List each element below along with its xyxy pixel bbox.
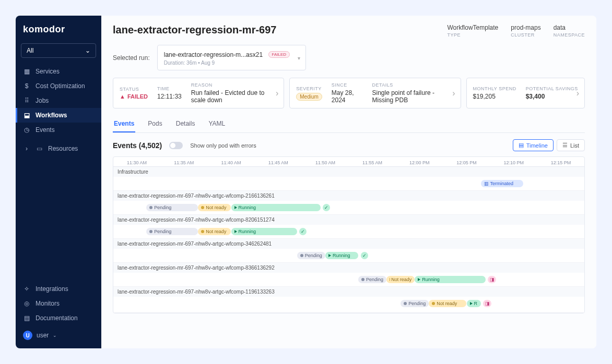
nav-main: ▦Services $Cost Optimization ⠿Jobs ⬓Work…: [16, 64, 101, 282]
chevron-right-icon[interactable]: ›: [576, 89, 579, 98]
row-label: lane-extractor-regression-mr-697-nhw8v-a…: [113, 191, 584, 201]
tab-yaml[interactable]: YAML: [207, 116, 226, 132]
cluster-selector[interactable]: All ⌄: [21, 43, 96, 58]
nav-documentation[interactable]: ▤Documentation: [16, 311, 101, 325]
running-pill[interactable]: Running: [325, 252, 358, 259]
nav-services[interactable]: ▦Services: [16, 64, 101, 79]
pill-label: Not ready: [391, 277, 411, 282]
card-lbl: STATUS: [120, 87, 148, 92]
pill-label: Running: [239, 229, 256, 234]
run-name: lane-extractor-regression-m...asx21: [164, 51, 263, 58]
timeline-row-3: lane-extractor-regression-mr-697-nhw8v-a…: [113, 239, 584, 263]
time-tick: 11:30 AM: [113, 160, 160, 165]
tab-pods[interactable]: Pods: [147, 116, 163, 132]
page-title: lane-extractor-regression-mr-697: [113, 24, 434, 36]
running-pill[interactable]: Running: [231, 204, 321, 211]
time-tick: 12:05 PM: [443, 160, 490, 165]
user-avatar: U: [23, 331, 32, 340]
timeline-lane[interactable]: ▥Terminated: [113, 179, 584, 188]
check-pill[interactable]: ✓: [299, 228, 307, 235]
run-selector[interactable]: lane-extractor-regression-m...asx21 FAIL…: [157, 45, 306, 70]
pending-pill[interactable]: Pending: [146, 228, 198, 235]
card-lbl: POTENTIAL SAVINGS: [526, 86, 578, 91]
dot-icon: [201, 206, 204, 209]
timeline-row-infra: Infrastructure ▥Terminated: [113, 167, 584, 191]
notready-pill[interactable]: Not ready: [429, 300, 466, 307]
pending-pill[interactable]: Pending: [146, 204, 198, 211]
nav-jobs[interactable]: ⠿Jobs: [16, 93, 101, 108]
timeline-lane[interactable]: Pending Not ready Running ✓: [113, 227, 584, 236]
play-icon: [234, 206, 237, 209]
meta-lbl: NAMESPACE: [554, 32, 585, 38]
reason-col: REASONRun failed - Evicted due to scale …: [191, 82, 278, 104]
pill-label: Not ready: [437, 301, 457, 306]
time-tick: 11:40 AM: [207, 160, 254, 165]
notready-pill[interactable]: Not ready: [198, 204, 231, 211]
cluster-selector-value: All: [27, 47, 33, 54]
pending-pill[interactable]: Pending: [401, 300, 429, 307]
logo: komodor: [16, 16, 101, 40]
nav-cost-optimization[interactable]: $Cost Optimization: [16, 79, 101, 93]
user-menu[interactable]: U user ⌄: [16, 325, 101, 345]
nav-events[interactable]: ◷Events: [16, 123, 101, 137]
dot-icon: [432, 302, 435, 305]
pill-label: Pending: [408, 301, 426, 306]
nav-resources[interactable]: ›▭Resources: [16, 141, 101, 156]
chevron-right-icon[interactable]: ›: [276, 89, 278, 98]
running-pill[interactable]: R: [467, 300, 481, 307]
timeline-lane[interactable]: Pending Not ready R ◨: [113, 299, 584, 308]
cube-pill[interactable]: ◨: [483, 300, 491, 307]
cube-pill[interactable]: ◨: [488, 276, 496, 283]
notready-pill[interactable]: Not ready: [198, 228, 231, 235]
cost-card[interactable]: MONTHLY SPEND$19,205 POTENTIAL SAVINGS$3…: [466, 78, 585, 108]
nav-workflows[interactable]: ⬓Workflows: [16, 108, 101, 123]
bars-icon: ⠿: [23, 97, 30, 104]
play-icon: [470, 302, 473, 305]
pill-label: Terminated: [490, 181, 514, 186]
events-bar: Events (4,502) Show only pod with errors…: [113, 139, 585, 151]
pill-label: Pending: [366, 277, 383, 282]
timeline-row-1: lane-extractor-regression-mr-697-nhw8v-a…: [113, 191, 584, 215]
nav-integrations[interactable]: ✧Integrations: [16, 282, 101, 296]
pill-label: Pending: [305, 253, 322, 258]
dot-icon: [149, 230, 152, 233]
btn-label: List: [570, 142, 579, 149]
status-col: STATUS▲FAILED: [120, 87, 148, 100]
severity-col: SEVERITYMedium: [296, 86, 322, 101]
pill-label: Running: [422, 277, 440, 282]
error-filter-toggle[interactable]: [169, 142, 183, 149]
list-view-button[interactable]: ☰List: [557, 139, 585, 151]
severity-card[interactable]: SEVERITYMedium SINCEMay 28, 2024 DETAILS…: [289, 78, 461, 108]
dollar-icon: $: [23, 82, 30, 90]
check-pill[interactable]: ✓: [323, 204, 330, 211]
terminated-pill[interactable]: ▥Terminated: [481, 180, 523, 187]
notready-pill[interactable]: Not ready: [386, 276, 415, 283]
target-icon: ◎: [23, 300, 30, 307]
status-card[interactable]: STATUS▲FAILED TIME12:11:33 REASONRun fai…: [113, 78, 284, 108]
running-pill[interactable]: Running: [231, 228, 297, 235]
timeline-row-4: lane-extractor-regression-mr-697-nhw8v-a…: [113, 263, 584, 287]
workflow-icon: ⬓: [23, 112, 30, 119]
nav-bottom: ✧Integrations ◎Monitors ▤Documentation U…: [16, 282, 101, 348]
sidebar: komodor All ⌄ ▦Services $Cost Optimizati…: [16, 16, 101, 348]
pending-pill[interactable]: Pending: [297, 252, 325, 259]
tab-events[interactable]: Events: [113, 116, 135, 132]
server-icon: ▥: [484, 181, 489, 186]
running-pill[interactable]: Running: [415, 276, 485, 283]
chevron-right-icon[interactable]: ›: [452, 89, 455, 98]
timeline-lane[interactable]: Pending Not ready Running ◨: [113, 275, 584, 284]
check-pill[interactable]: ✓: [361, 252, 368, 259]
play-icon: [418, 278, 420, 281]
summary-cards: STATUS▲FAILED TIME12:11:33 REASONRun fai…: [113, 78, 585, 108]
nav-label: Cost Optimization: [36, 82, 85, 90]
timeline-view-button[interactable]: ▤Timeline: [513, 139, 554, 151]
card-lbl: REASON: [191, 82, 278, 88]
time-tick: 11:55 AM: [349, 160, 396, 165]
nav-monitors[interactable]: ◎Monitors: [16, 296, 101, 311]
timeline-lane[interactable]: Pending Not ready Running ✓: [113, 203, 584, 212]
pending-pill[interactable]: Pending: [358, 276, 386, 283]
nav-label: Resources: [48, 145, 78, 152]
tab-details[interactable]: Details: [175, 116, 196, 132]
timeline-lane[interactable]: Pending Running ✓: [113, 251, 584, 260]
row-label: lane-extractor-regression-mr-697-nhw8v-a…: [113, 239, 584, 249]
